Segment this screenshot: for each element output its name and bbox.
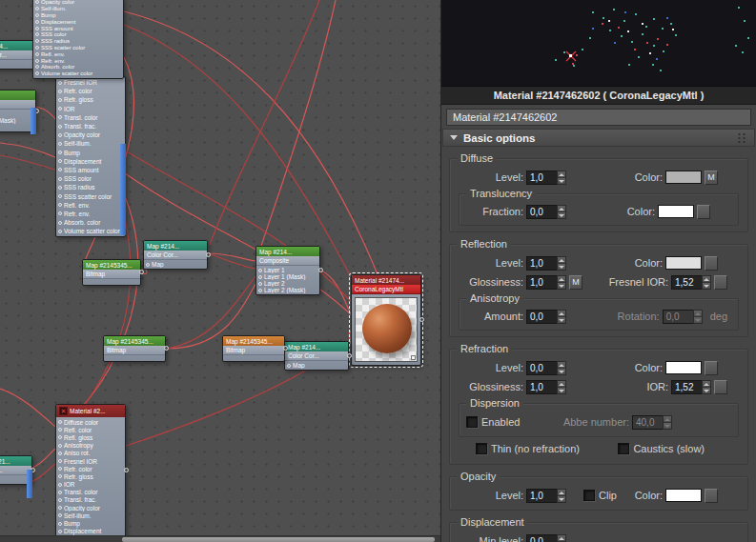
input-pin-icon[interactable] — [35, 7, 39, 10]
output-pin-icon[interactable] — [124, 468, 129, 472]
input-pin-icon[interactable] — [58, 203, 62, 207]
input-pin-icon[interactable] — [258, 275, 262, 279]
input-pin-icon[interactable] — [58, 522, 62, 526]
rollout-basic-options[interactable]: Basic options — [442, 129, 755, 147]
input-pin-icon[interactable] — [35, 71, 39, 75]
spinner-up-button[interactable] — [558, 311, 565, 317]
node-slot[interactable]: Fresnel IOR — [56, 457, 125, 465]
node-slot[interactable]: Displacement — [56, 157, 125, 166]
opacity-level-spinner[interactable]: 1,0 — [526, 489, 566, 503]
input-pin-icon[interactable] — [58, 159, 62, 163]
input-pin-icon[interactable] — [58, 194, 62, 198]
node-slot[interactable]: Refl. gloss — [56, 433, 125, 441]
node-title-bar[interactable]: Map #2145345... — [104, 336, 165, 346]
node-slot[interactable]: Aniso rot. — [56, 450, 125, 457]
input-pin-icon[interactable] — [258, 289, 262, 292]
input-pin-icon[interactable] — [146, 263, 150, 267]
output-pin-icon[interactable] — [419, 317, 424, 322]
refraction-level-spinner[interactable]: 0,0 — [526, 361, 566, 375]
node-title-bar[interactable]: Map #2145345... — [83, 260, 140, 270]
spinner-down-button[interactable] — [558, 388, 565, 393]
refraction-ior-spinner[interactable]: 1,52 — [671, 380, 711, 394]
input-pin-icon[interactable] — [58, 98, 62, 102]
input-pin-icon[interactable] — [58, 435, 62, 439]
output-pin-icon[interactable] — [318, 268, 323, 272]
node-corona-main[interactable]: Material #21474...CoronaLegacyMtl — [351, 274, 421, 366]
node-slot[interactable]: Volume scatter color — [56, 227, 125, 235]
input-pin-icon[interactable] — [58, 444, 62, 448]
node-slot[interactable]: Map — [285, 362, 348, 369]
refraction-ior-map-button[interactable] — [714, 380, 727, 394]
input-pin-icon[interactable] — [58, 467, 62, 471]
dispersion-enabled-checkbox[interactable] — [466, 416, 478, 428]
node-title-bar[interactable]: ✕Material #2... — [56, 405, 125, 417]
spinner-up-button[interactable] — [558, 276, 565, 283]
node-slot[interactable]: Layer 1 (Mask) — [256, 273, 319, 280]
node-cc-right[interactable]: Map #214...Color Cor...Map — [284, 341, 349, 371]
input-pin-icon[interactable] — [58, 151, 62, 154]
spinner-value[interactable]: 0,0 — [526, 310, 557, 324]
input-pin-icon[interactable] — [58, 483, 62, 487]
node-bitmap-c[interactable]: Map #2145345...Bitmap — [222, 335, 285, 362]
node-slot[interactable]: Self-illum. — [56, 139, 125, 148]
input-pin-icon[interactable] — [58, 513, 62, 517]
input-pin-icon[interactable] — [35, 0, 39, 4]
translucency-color-swatch[interactable] — [658, 205, 694, 218]
diffuse-level-spinner[interactable]: 1,0 — [526, 171, 566, 185]
input-pin-icon[interactable] — [58, 474, 62, 478]
node-slot[interactable]: SSS amount — [33, 25, 123, 31]
reflection-level-spinner[interactable]: 1,0 — [526, 256, 566, 271]
input-pin-icon[interactable] — [35, 27, 39, 30]
node-slot[interactable]: Refr. gloss — [56, 472, 125, 480]
node-slot[interactable]: Volume scatter color — [33, 70, 123, 77]
input-pin-icon[interactable] — [35, 32, 39, 36]
node-slot[interactable]: SSS radius — [56, 183, 125, 191]
spinner-value[interactable]: 1,0 — [526, 275, 557, 290]
node-slot[interactable]: Refr. env. — [33, 57, 123, 64]
input-pin-icon[interactable] — [58, 133, 62, 137]
input-pin-icon[interactable] — [58, 177, 62, 181]
node-mtl-top[interactable]: Opacity colorSelf-illum.BumpDisplacement… — [32, 0, 124, 79]
node-graph-view[interactable]: Opacity colorSelf-illum.BumpDisplacement… — [0, 0, 440, 542]
spinner-down-button[interactable] — [558, 178, 565, 184]
spinner-up-button[interactable] — [558, 381, 565, 388]
refraction-color-map-button[interactable] — [705, 361, 718, 375]
node-slot[interactable]: Transl. color — [56, 113, 125, 122]
node-slot[interactable]: Layer 2 (Mask) — [256, 287, 319, 293]
input-pin-icon[interactable] — [58, 428, 62, 432]
input-pin-icon[interactable] — [258, 269, 262, 272]
node-slot[interactable]: Transl. color — [56, 489, 125, 496]
node-slot[interactable]: Displacement — [56, 528, 125, 535]
input-pin-icon[interactable] — [35, 13, 39, 17]
output-pin-icon[interactable] — [164, 346, 169, 351]
spinner-value[interactable]: 1,0 — [526, 256, 557, 271]
node-slot[interactable]: Absorb. color — [56, 218, 125, 227]
node-slot[interactable]: Anisotropy — [56, 442, 125, 450]
spinner-value[interactable]: 1,52 — [671, 380, 702, 394]
node-slot[interactable]: Refl. env. — [56, 201, 125, 210]
preview-resize-grip[interactable] — [411, 355, 416, 360]
spinner-down-button[interactable] — [703, 283, 710, 289]
spinner-value[interactable]: 0,0 — [526, 205, 557, 219]
reflection-color-swatch[interactable] — [665, 256, 702, 270]
node-slot[interactable]: Absorb. color — [33, 64, 123, 70]
material-name-field[interactable]: Material #2147462602 — [446, 109, 751, 126]
input-pin-icon[interactable] — [58, 211, 62, 215]
node-map-bottom[interactable]: Map #21...Textur...Map — [0, 455, 32, 485]
input-pin-icon[interactable] — [35, 20, 39, 24]
reflection-color-map-button[interactable] — [705, 256, 718, 271]
input-pin-icon[interactable] — [58, 142, 62, 146]
node-slot[interactable]: SSS scatter color — [33, 45, 123, 51]
diffuse-color-map-button[interactable]: M — [705, 171, 718, 185]
collapse-arrow-icon[interactable] — [450, 135, 458, 140]
node-title-bar[interactable]: Map #214... — [285, 342, 348, 351]
node-slot[interactable]: SSS scatter color — [56, 191, 125, 200]
input-pin-icon[interactable] — [58, 452, 62, 455]
node-title-bar[interactable]: Map #214... — [256, 247, 319, 256]
input-pin-icon[interactable] — [258, 282, 262, 286]
node-slot[interactable]: Refr. gloss — [56, 95, 125, 104]
output-pin-icon[interactable] — [139, 270, 144, 274]
opacity-color-swatch[interactable] — [665, 489, 702, 502]
node-slot[interactable]: SSS color — [56, 174, 125, 183]
input-pin-icon[interactable] — [58, 530, 62, 533]
